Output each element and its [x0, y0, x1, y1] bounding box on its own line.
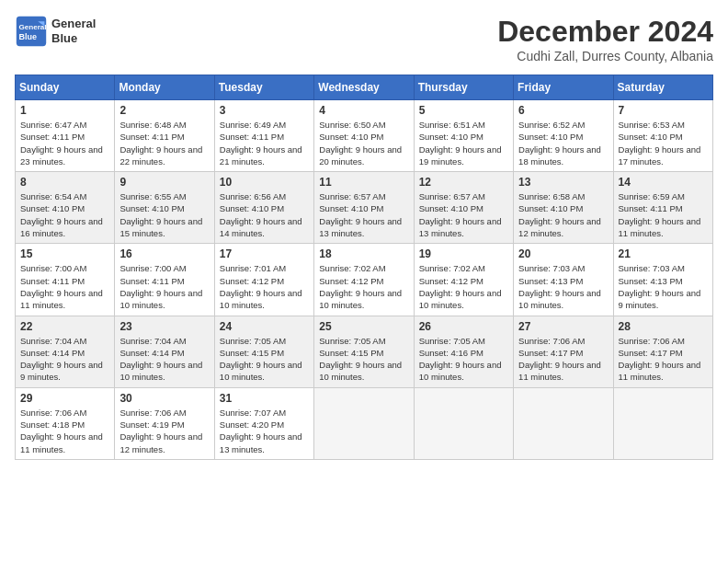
day-info: Sunrise: 7:03 AMSunset: 4:13 PMDaylight:… — [619, 262, 708, 311]
day-info: Sunrise: 6:53 AMSunset: 4:10 PMDaylight:… — [619, 119, 708, 167]
calendar-day-cell — [613, 387, 712, 459]
day-info: Sunrise: 6:59 AMSunset: 4:11 PMDaylight:… — [619, 190, 708, 239]
day-info: Sunrise: 7:03 AMSunset: 4:13 PMDaylight:… — [518, 262, 608, 311]
day-number: 11 — [319, 176, 408, 189]
calendar-week-row: 22Sunrise: 7:04 AMSunset: 4:14 PMDayligh… — [16, 316, 713, 387]
logo-line1: General — [51, 17, 96, 31]
header-wednesday: Wednesday — [314, 75, 414, 100]
day-info: Sunrise: 6:47 AMSunset: 4:11 PMDaylight:… — [20, 119, 109, 167]
day-info: Sunrise: 7:00 AMSunset: 4:11 PMDaylight:… — [20, 262, 109, 311]
day-info: Sunrise: 7:05 AMSunset: 4:16 PMDaylight:… — [419, 335, 508, 384]
day-info: Sunrise: 7:02 AMSunset: 4:12 PMDaylight:… — [419, 262, 508, 311]
day-number: 29 — [20, 392, 109, 405]
day-info: Sunrise: 6:50 AMSunset: 4:10 PMDaylight:… — [319, 119, 408, 167]
calendar-day-cell: 16Sunrise: 7:00 AMSunset: 4:11 PMDayligh… — [115, 244, 214, 316]
calendar-day-cell: 9Sunrise: 6:55 AMSunset: 4:10 PMDaylight… — [115, 172, 214, 244]
logo-line2: Blue — [51, 31, 96, 46]
calendar-week-row: 15Sunrise: 7:00 AMSunset: 4:11 PMDayligh… — [16, 244, 713, 316]
calendar-day-cell: 8Sunrise: 6:54 AMSunset: 4:10 PMDaylight… — [16, 172, 115, 244]
day-info: Sunrise: 7:06 AMSunset: 4:17 PMDaylight:… — [518, 335, 608, 384]
calendar-day-cell: 21Sunrise: 7:03 AMSunset: 4:13 PMDayligh… — [613, 244, 712, 316]
day-number: 30 — [119, 392, 209, 405]
day-number: 21 — [619, 247, 708, 260]
calendar-day-cell: 17Sunrise: 7:01 AMSunset: 4:12 PMDayligh… — [214, 244, 313, 316]
day-number: 16 — [119, 247, 209, 260]
day-number: 17 — [220, 247, 309, 260]
header-saturday: Saturday — [613, 75, 712, 100]
calendar-day-cell: 14Sunrise: 6:59 AMSunset: 4:11 PMDayligh… — [613, 172, 712, 244]
days-header-row: Sunday Monday Tuesday Wednesday Thursday… — [16, 75, 713, 100]
calendar-day-cell: 28Sunrise: 7:06 AMSunset: 4:17 PMDayligh… — [613, 316, 712, 387]
calendar-day-cell: 31Sunrise: 7:07 AMSunset: 4:20 PMDayligh… — [214, 387, 313, 459]
calendar-day-cell: 30Sunrise: 7:06 AMSunset: 4:19 PMDayligh… — [115, 387, 214, 459]
day-number: 23 — [119, 320, 209, 333]
calendar-week-row: 8Sunrise: 6:54 AMSunset: 4:10 PMDaylight… — [16, 172, 713, 244]
day-info: Sunrise: 7:06 AMSunset: 4:17 PMDaylight:… — [619, 335, 708, 384]
calendar-day-cell: 2Sunrise: 6:48 AMSunset: 4:11 PMDaylight… — [115, 100, 214, 172]
svg-text:Blue: Blue — [19, 32, 38, 41]
header-friday: Friday — [514, 75, 613, 100]
day-info: Sunrise: 6:49 AMSunset: 4:11 PMDaylight:… — [220, 119, 309, 167]
day-info: Sunrise: 7:05 AMSunset: 4:15 PMDaylight:… — [319, 335, 408, 384]
calendar-day-cell: 26Sunrise: 7:05 AMSunset: 4:16 PMDayligh… — [414, 316, 513, 387]
logo: General Blue General Blue — [15, 15, 96, 48]
day-info: Sunrise: 7:01 AMSunset: 4:12 PMDaylight:… — [220, 262, 309, 311]
day-number: 26 — [419, 320, 508, 333]
calendar-day-cell: 27Sunrise: 7:06 AMSunset: 4:17 PMDayligh… — [514, 316, 613, 387]
day-number: 1 — [20, 104, 109, 117]
day-info: Sunrise: 7:07 AMSunset: 4:20 PMDaylight:… — [220, 407, 309, 455]
day-number: 7 — [619, 104, 708, 117]
calendar-day-cell: 24Sunrise: 7:05 AMSunset: 4:15 PMDayligh… — [214, 316, 313, 387]
calendar-day-cell: 29Sunrise: 7:06 AMSunset: 4:18 PMDayligh… — [16, 387, 115, 459]
location-title: Cudhi Zall, Durres County, Albania — [497, 49, 713, 63]
calendar-day-cell — [414, 387, 513, 459]
day-info: Sunrise: 6:55 AMSunset: 4:10 PMDaylight:… — [119, 190, 209, 239]
day-number: 25 — [319, 320, 408, 333]
calendar-day-cell: 20Sunrise: 7:03 AMSunset: 4:13 PMDayligh… — [514, 244, 613, 316]
calendar-day-cell: 18Sunrise: 7:02 AMSunset: 4:12 PMDayligh… — [314, 244, 414, 316]
day-info: Sunrise: 6:52 AMSunset: 4:10 PMDaylight:… — [518, 119, 608, 167]
day-info: Sunrise: 6:48 AMSunset: 4:11 PMDaylight:… — [119, 119, 209, 167]
title-area: December 2024 Cudhi Zall, Durres County,… — [497, 15, 713, 63]
day-info: Sunrise: 7:06 AMSunset: 4:19 PMDaylight:… — [119, 407, 209, 455]
day-number: 8 — [20, 176, 109, 189]
month-title: December 2024 — [497, 15, 713, 49]
day-number: 18 — [319, 247, 408, 260]
day-number: 22 — [20, 320, 109, 333]
day-number: 6 — [518, 104, 608, 117]
day-number: 15 — [20, 247, 109, 260]
day-info: Sunrise: 7:02 AMSunset: 4:12 PMDaylight:… — [319, 262, 408, 311]
day-number: 24 — [220, 320, 309, 333]
day-number: 9 — [119, 176, 209, 189]
calendar-table: Sunday Monday Tuesday Wednesday Thursday… — [15, 75, 713, 460]
calendar-day-cell: 25Sunrise: 7:05 AMSunset: 4:15 PMDayligh… — [314, 316, 414, 387]
calendar-day-cell: 23Sunrise: 7:04 AMSunset: 4:14 PMDayligh… — [115, 316, 214, 387]
calendar-day-cell: 11Sunrise: 6:57 AMSunset: 4:10 PMDayligh… — [314, 172, 414, 244]
day-info: Sunrise: 6:57 AMSunset: 4:10 PMDaylight:… — [419, 190, 508, 239]
day-number: 28 — [619, 320, 708, 333]
day-number: 13 — [518, 176, 608, 189]
calendar-day-cell: 19Sunrise: 7:02 AMSunset: 4:12 PMDayligh… — [414, 244, 513, 316]
day-info: Sunrise: 7:00 AMSunset: 4:11 PMDaylight:… — [119, 262, 209, 311]
day-number: 31 — [220, 392, 309, 405]
day-info: Sunrise: 7:04 AMSunset: 4:14 PMDaylight:… — [119, 335, 209, 384]
header-area: General Blue General Blue December 2024 … — [15, 15, 713, 63]
calendar-day-cell: 7Sunrise: 6:53 AMSunset: 4:10 PMDaylight… — [613, 100, 712, 172]
calendar-day-cell: 15Sunrise: 7:00 AMSunset: 4:11 PMDayligh… — [16, 244, 115, 316]
day-info: Sunrise: 6:58 AMSunset: 4:10 PMDaylight:… — [518, 190, 608, 239]
header-sunday: Sunday — [16, 75, 115, 100]
day-info: Sunrise: 6:51 AMSunset: 4:10 PMDaylight:… — [419, 119, 508, 167]
day-info: Sunrise: 7:06 AMSunset: 4:18 PMDaylight:… — [20, 407, 109, 455]
day-number: 12 — [419, 176, 508, 189]
calendar-day-cell: 12Sunrise: 6:57 AMSunset: 4:10 PMDayligh… — [414, 172, 513, 244]
calendar-day-cell — [314, 387, 414, 459]
calendar-day-cell: 5Sunrise: 6:51 AMSunset: 4:10 PMDaylight… — [414, 100, 513, 172]
day-info: Sunrise: 6:57 AMSunset: 4:10 PMDaylight:… — [319, 190, 408, 239]
day-number: 3 — [220, 104, 309, 117]
day-number: 4 — [319, 104, 408, 117]
day-number: 10 — [220, 176, 309, 189]
day-number: 19 — [419, 247, 508, 260]
calendar-day-cell: 10Sunrise: 6:56 AMSunset: 4:10 PMDayligh… — [214, 172, 313, 244]
day-number: 5 — [419, 104, 508, 117]
calendar-week-row: 1Sunrise: 6:47 AMSunset: 4:11 PMDaylight… — [16, 100, 713, 172]
